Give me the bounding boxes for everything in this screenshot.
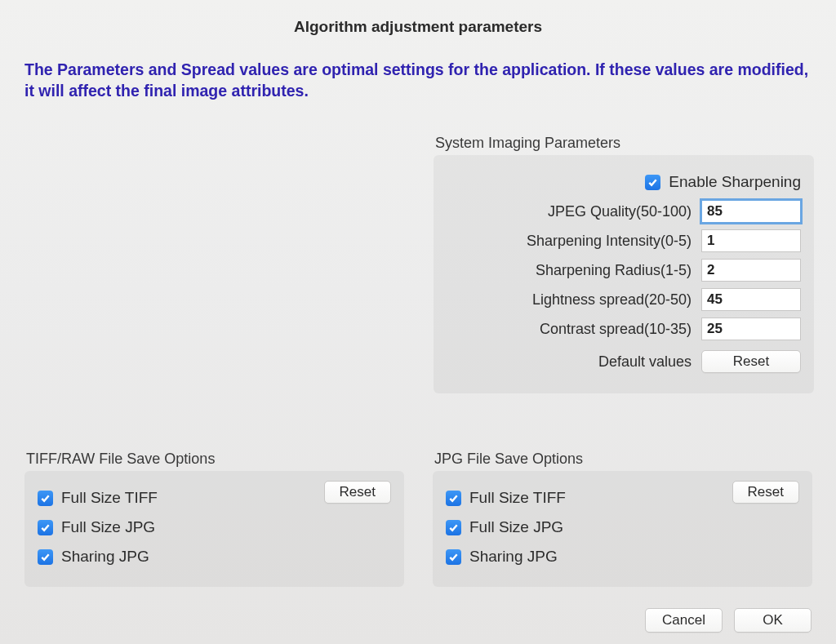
system-imaging-title: System Imaging Parameters [434, 135, 814, 152]
system-imaging-group: System Imaging Parameters Enable Sharpen… [433, 134, 815, 394]
dialog-title: Algorithm adjustment parameters [24, 18, 812, 36]
sys-reset-button[interactable]: Reset [701, 350, 801, 373]
tiff-raw-body: Reset Full Size TIFF Full Size JPG Shari… [24, 471, 404, 587]
tiff-full-jpg-label: Full Size JPG [61, 518, 155, 536]
lightness-spread-input[interactable] [701, 288, 801, 311]
checkmark-icon [38, 549, 53, 565]
checkmark-icon [645, 175, 660, 190]
jpeg-quality-label: JPEG Quality(50-100) [548, 203, 691, 220]
tiff-raw-group: TIFF/RAW File Save Options Reset Full Si… [24, 451, 404, 587]
sharpening-radius-label: Sharpening Radius(1-5) [536, 262, 691, 279]
tiff-sharing-jpg-label: Sharing JPG [61, 548, 149, 566]
sharpening-radius-row: Sharpening Radius(1-5) [442, 258, 801, 282]
warning-text: The Parameters and Spread values are opt… [24, 59, 812, 102]
tiff-full-tiff-label: Full Size TIFF [61, 489, 158, 507]
cancel-button[interactable]: Cancel [645, 608, 723, 633]
jpg-full-jpg-checkbox[interactable]: Full Size JPG [446, 515, 799, 540]
jpg-group: JPG File Save Options Reset Full Size TI… [433, 451, 812, 587]
contrast-spread-row: Contrast spread(10-35) [442, 317, 801, 341]
jpg-sharing-jpg-label: Sharing JPG [469, 548, 558, 566]
jpg-reset-button[interactable]: Reset [732, 481, 799, 504]
sharpening-intensity-input[interactable] [701, 229, 801, 252]
lightness-spread-label: Lightness spread(20-50) [532, 291, 691, 309]
ok-button[interactable]: OK [734, 608, 812, 633]
dialog: Algorithm adjustment parameters The Para… [0, 0, 836, 644]
checkmark-icon [446, 549, 461, 565]
jpeg-quality-input[interactable] [701, 200, 801, 223]
checkmark-icon [38, 520, 53, 535]
checkmark-icon [446, 491, 461, 506]
enable-sharpening-checkbox[interactable]: Enable Sharpening [645, 170, 801, 194]
default-values-row: Default values Reset [442, 349, 801, 374]
jpg-title: JPG File Save Options [433, 451, 812, 468]
jpg-body: Reset Full Size TIFF Full Size JPG Shari… [433, 471, 812, 587]
checkmark-icon [38, 491, 53, 506]
jpeg-quality-row: JPEG Quality(50-100) [442, 199, 801, 224]
jpg-sharing-jpg-checkbox[interactable]: Sharing JPG [446, 544, 799, 569]
dialog-actions: Cancel OK [645, 608, 812, 633]
system-imaging-body: Enable Sharpening JPEG Quality(50-100) S… [434, 155, 814, 393]
contrast-spread-label: Contrast spread(10-35) [540, 321, 691, 338]
tiff-reset-button[interactable]: Reset [324, 481, 391, 504]
tiff-raw-title: TIFF/RAW File Save Options [24, 451, 404, 468]
tiff-sharing-jpg-checkbox[interactable]: Sharing JPG [38, 544, 391, 569]
jpg-full-tiff-label: Full Size TIFF [469, 489, 566, 507]
enable-sharpening-row: Enable Sharpening [442, 170, 801, 194]
sharpening-intensity-label: Sharpening Intensity(0-5) [527, 233, 691, 250]
contrast-spread-input[interactable] [701, 318, 801, 340]
jpg-full-jpg-label: Full Size JPG [469, 518, 563, 536]
enable-sharpening-label: Enable Sharpening [669, 173, 801, 191]
lightness-spread-row: Lightness spread(20-50) [442, 287, 801, 312]
sharpening-radius-input[interactable] [701, 259, 801, 282]
default-values-label: Default values [598, 353, 691, 371]
sharpening-intensity-row: Sharpening Intensity(0-5) [442, 229, 801, 253]
tiff-full-jpg-checkbox[interactable]: Full Size JPG [38, 515, 391, 540]
checkmark-icon [446, 520, 461, 535]
